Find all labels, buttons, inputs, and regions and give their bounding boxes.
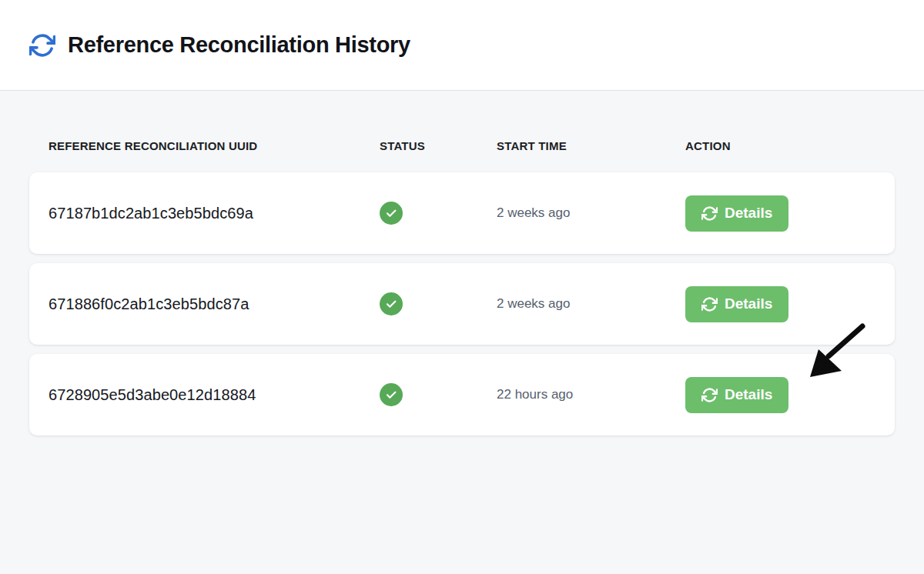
- check-circle-icon: [380, 292, 403, 315]
- status-cell: [380, 383, 497, 406]
- refresh-icon: [701, 387, 718, 403]
- table-row: 67187b1dc2ab1c3eb5bdc69a 2 weeks ago: [29, 172, 895, 254]
- start-time-cell: 2 weeks ago: [497, 296, 685, 312]
- table-body: 67187b1dc2ab1c3eb5bdc69a 2 weeks ago: [29, 172, 895, 436]
- reconciliation-table: REFERENCE RECONCILIATION UUID STATUS STA…: [0, 139, 924, 436]
- refresh-icon: [29, 32, 55, 58]
- page-title: Reference Reconciliation History: [68, 32, 410, 58]
- uuid-cell: 6728905e5d3abe0e12d18884: [49, 386, 380, 404]
- details-button-label: Details: [725, 386, 772, 403]
- column-header-uuid: REFERENCE RECONCILIATION UUID: [49, 139, 380, 152]
- uuid-cell: 671886f0c2ab1c3eb5bdc87a: [49, 295, 380, 313]
- details-button[interactable]: Details: [685, 377, 788, 413]
- details-button[interactable]: Details: [685, 195, 788, 232]
- action-cell: Details: [685, 195, 875, 232]
- refresh-icon: [701, 205, 718, 222]
- action-cell: Details: [685, 377, 875, 413]
- check-circle-icon: [380, 202, 403, 225]
- start-time-cell: 2 weeks ago: [497, 205, 685, 221]
- column-header-start-time: START TIME: [497, 139, 685, 152]
- status-cell: [380, 202, 497, 225]
- details-button-label: Details: [725, 205, 772, 222]
- page: Reference Reconciliation History REFEREN…: [0, 0, 924, 436]
- refresh-icon: [701, 296, 718, 312]
- status-cell: [380, 292, 497, 315]
- topbar: Reference Reconciliation History: [0, 0, 924, 91]
- column-header-action: ACTION: [685, 139, 875, 152]
- column-header-status: STATUS: [380, 139, 497, 152]
- uuid-cell: 67187b1dc2ab1c3eb5bdc69a: [49, 205, 380, 222]
- details-button[interactable]: Details: [685, 286, 788, 322]
- table-row: 671886f0c2ab1c3eb5bdc87a 2 weeks ago: [29, 263, 895, 345]
- table-header-row: REFERENCE RECONCILIATION UUID STATUS STA…: [29, 139, 895, 152]
- check-circle-icon: [380, 383, 403, 406]
- details-button-label: Details: [725, 295, 772, 312]
- start-time-cell: 22 hours ago: [497, 387, 685, 402]
- action-cell: Details: [685, 286, 875, 322]
- table-row: 6728905e5d3abe0e12d18884 22 hours ago: [29, 354, 895, 436]
